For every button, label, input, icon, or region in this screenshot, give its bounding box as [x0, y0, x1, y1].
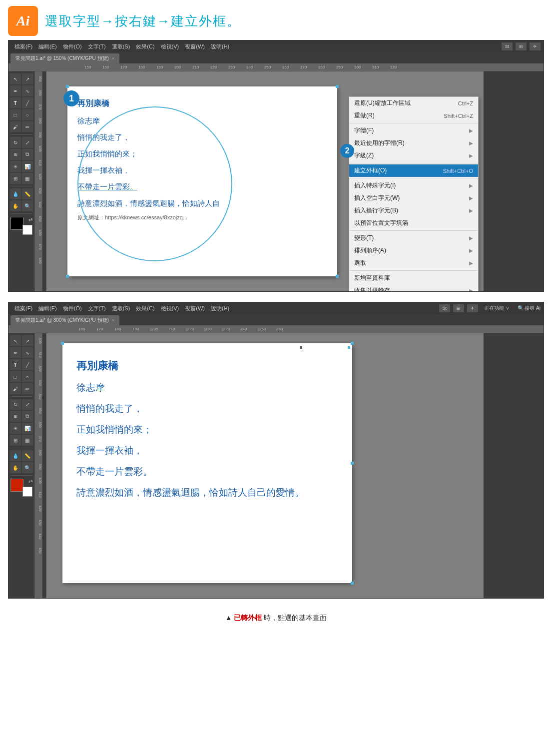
menu-object-1[interactable]: 物件(O)	[60, 42, 85, 51]
ctx-add-library[interactable]: 新增至資料庫	[349, 272, 478, 284]
poem-line-0: 再別康橋	[77, 96, 327, 111]
color-swap-icon[interactable]: ⇄	[28, 217, 32, 222]
toolbar2-measure[interactable]: 📏	[22, 450, 33, 461]
toolbar2-type-tool[interactable]: T	[10, 359, 21, 370]
menu-file-1[interactable]: 檔案(F)	[11, 42, 35, 51]
menu2-edit[interactable]: 編輯(E)	[35, 304, 60, 313]
side2-mark-300: 300	[34, 333, 42, 347]
toolbar-graph-tool[interactable]: 📊	[22, 161, 33, 172]
toolbar2-symbol-tool[interactable]: ✳	[10, 423, 21, 434]
ctx-redo-shortcut: Shift+Ctrl+Z	[444, 113, 473, 119]
toolbar2-eyedropper[interactable]: 💧	[10, 450, 21, 461]
ctx-insert-special[interactable]: 插入特殊字元(I) ▶	[349, 179, 478, 192]
toolbar2-grad-tool[interactable]: ▦	[22, 435, 33, 446]
toolbar-warp-tool[interactable]: ≋	[10, 149, 21, 160]
side-mark-400: 400	[34, 141, 42, 155]
toolbar2-ellipse-tool[interactable]: ○	[22, 371, 33, 382]
toolbar2-graph-tool[interactable]: 📊	[22, 423, 33, 434]
tab-2-close[interactable]: ×	[112, 318, 114, 323]
ctx-redo[interactable]: 重做(R) Shift+Ctrl+Z	[349, 109, 478, 122]
menu2-text[interactable]: 文字(T)	[85, 304, 109, 313]
toolbar-grad-tool[interactable]: ▦	[22, 173, 33, 184]
ctx-undo[interactable]: 還原(U)縮放工作區域 Ctrl+Z	[349, 97, 478, 109]
toolbar-row-warp: ≋ ⧉	[10, 149, 33, 160]
toolbar2-mesh-tool[interactable]: ⊞	[10, 435, 21, 446]
toolbar-hand-tool[interactable]: ✋	[10, 200, 21, 211]
toolbar2-free-distort[interactable]: ⧉	[22, 411, 33, 422]
foreground-color-2[interactable]	[10, 479, 23, 492]
toolbar-pen-tool[interactable]: ✒	[10, 85, 21, 96]
toolbar-type-tool[interactable]: T	[10, 97, 21, 108]
tab-2[interactable]: 常見問題1.ai* @ 300% (CMYK/GPU 預覽) ×	[10, 315, 119, 325]
toolbar2-zoom-tool[interactable]: 🔍	[22, 462, 33, 473]
menu2-file[interactable]: 檔案(F)	[11, 304, 35, 313]
toolbar-measure[interactable]: 📏	[22, 188, 33, 199]
toolbar-select-tool[interactable]: ↖	[10, 73, 21, 84]
toolbar-brush-tool[interactable]: 🖌	[10, 121, 21, 132]
toolbar-rect-tool[interactable]: □	[10, 109, 21, 120]
toolbar2-line-tool[interactable]: ╱	[22, 359, 33, 370]
toolbar-mesh-tool[interactable]: ⊞	[10, 173, 21, 184]
toolbar2-warp-tool[interactable]: ≋	[10, 411, 21, 422]
menu-select-1[interactable]: 選取(S)	[109, 42, 133, 51]
ctx-select[interactable]: 選取 ▶	[349, 257, 478, 269]
menubar-icon-grid: ⊞	[516, 42, 527, 50]
ctx-insert-break[interactable]: 插入換行字元(B) ▶	[349, 204, 478, 217]
toolbar2-direct-select[interactable]: ↗	[22, 335, 33, 346]
toolbar2-color-box: ⇄	[10, 479, 32, 497]
toolbar-scale-tool[interactable]: ⤢	[22, 137, 33, 148]
menu-help-1[interactable]: 說明(H)	[208, 42, 232, 51]
menu2-select[interactable]: 選取(S)	[109, 304, 133, 313]
toolbar2-curvature[interactable]: ∿	[22, 347, 33, 358]
menu2-help[interactable]: 說明(H)	[208, 304, 232, 313]
color-swap-icon-2[interactable]: ⇄	[28, 479, 32, 484]
menu-view-1[interactable]: 檢視(V)	[158, 42, 182, 51]
ctx-recent-font[interactable]: 最近使用的字體(R) ▶	[349, 137, 478, 149]
ctx-insert-white[interactable]: 插入空白字元(W) ▶	[349, 192, 478, 204]
menu-window-1[interactable]: 視窗(W)	[182, 42, 208, 51]
toolbar-eyedropper[interactable]: 💧	[10, 188, 21, 199]
menu2-effect[interactable]: 效果(C)	[133, 304, 157, 313]
toolbar2-rotate-tool[interactable]: ↻	[10, 399, 21, 410]
tab-1-close[interactable]: ×	[112, 56, 114, 61]
side-mark-410: 410	[34, 155, 42, 169]
menu-effect-1[interactable]: 效果(C)	[133, 42, 157, 51]
toolbar2-pen-tool[interactable]: ✒	[10, 347, 21, 358]
toolbar-ellipse-tool[interactable]: ○	[22, 109, 33, 120]
toolbar2-scale-tool[interactable]: ⤢	[22, 399, 33, 410]
background-color-2[interactable]	[22, 487, 32, 497]
poem-line-1: 徐志摩	[77, 114, 327, 127]
toolbar-line-tool[interactable]: ╱	[22, 97, 33, 108]
menu-text-1[interactable]: 文字(T)	[85, 42, 109, 51]
toolbar-zoom-tool[interactable]: 🔍	[22, 200, 33, 211]
toolbar-symbol-tool[interactable]: ✳	[10, 161, 21, 172]
ctx-size[interactable]: 字級(Z) ▶	[349, 149, 478, 162]
toolbar-free-distort[interactable]: ⧉	[22, 149, 33, 160]
foreground-color[interactable]	[10, 217, 23, 230]
toolbar2-pencil-tool[interactable]: ✏	[22, 383, 33, 394]
menu2-view[interactable]: 檢視(V)	[158, 304, 182, 313]
toolbar2-brush-tool[interactable]: 🖌	[10, 383, 21, 394]
toolbar-direct-select[interactable]: ↗	[22, 73, 33, 84]
ai-main-1: ↖ ↗ ✒ ∿ T ╱ □ ○ 🖌 ✏ ↻ ⤢	[8, 71, 544, 291]
toolbar2-rect-tool[interactable]: □	[10, 371, 21, 382]
menu2-object[interactable]: 物件(O)	[60, 304, 85, 313]
ctx-arrange[interactable]: 排列順序(A) ▶	[349, 244, 478, 257]
toolbar2-hand-tool[interactable]: ✋	[10, 462, 21, 473]
ctx-collect[interactable]: 收集以供輸存 ▶	[349, 284, 478, 291]
toolbar-pencil-tool[interactable]: ✏	[22, 121, 33, 132]
menu-edit-1[interactable]: 編輯(E)	[35, 42, 60, 51]
toolbar-rotate-tool[interactable]: ↻	[10, 137, 21, 148]
tab-1[interactable]: 常見問題1.ai* @ 150% (CMYK/GPU 預覽) ×	[10, 53, 119, 63]
ctx-insert-white-arrow: ▶	[469, 195, 473, 201]
ctx-transform[interactable]: 變形(T) ▶	[349, 232, 478, 244]
ctx-create-outlines[interactable]: 建立外框(O) Shift+Ctrl+O	[349, 164, 478, 177]
ctx-font[interactable]: 字體(F) ▶	[349, 124, 478, 137]
toolbar2-divider-1	[10, 396, 32, 397]
step-1-badge: 1	[63, 90, 79, 106]
menu2-window[interactable]: 視窗(W)	[182, 304, 208, 313]
toolbar-curvature[interactable]: ∿	[22, 85, 33, 96]
background-color[interactable]	[22, 225, 32, 235]
toolbar2-select-tool[interactable]: ↖	[10, 335, 21, 346]
ctx-placeholder[interactable]: 以預留位置文字填滿	[349, 217, 478, 229]
